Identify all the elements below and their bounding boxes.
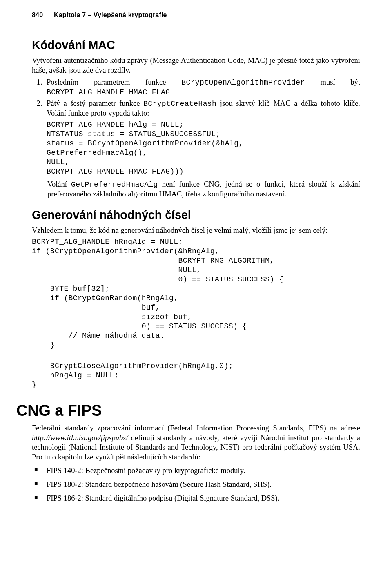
bullet-list-fips: FIPS 140-2: Bezpečnostní požadavky pro k… [32, 466, 360, 503]
outro-code: GetPreferredHmacAlg [71, 181, 158, 189]
li2-code-a: BCryptCreateHash [143, 100, 216, 108]
page: 840 Kapitola 7 – Vylepšená kryptografie … [0, 0, 392, 582]
list-item-1: Posledním parametrem funkce BCryptOpenAl… [44, 78, 360, 97]
heading-random: Generování náhodných čísel [32, 208, 360, 222]
li1-text-b: musí být [305, 78, 360, 86]
para-fips: Federální standardy zpracování informací… [32, 424, 360, 462]
running-header: 840 Kapitola 7 – Vylepšená kryptografie [32, 11, 360, 19]
running-title: Kapitola 7 – Vylepšená kryptografie [54, 11, 167, 18]
outro-a: Volání [47, 180, 71, 188]
fips-url: http://www.itl.nist.gov/fipspubs/ [32, 434, 128, 442]
page-number: 840 [32, 11, 43, 18]
code-block-random-2: BCryptCloseAlgorithmProvider(hRngAlg,0);… [32, 361, 360, 390]
fips-text-a: Federální standardy zpracování informací… [32, 424, 360, 432]
li2-text-a: Pátý a šestý parametr funkce [47, 99, 143, 107]
bullet-item: FIPS 140-2: Bezpečnostní požadavky pro k… [32, 466, 360, 475]
bullet-item: FIPS 186-2: Standard digitálního podpisu… [32, 493, 360, 503]
para-mac-intro: Vytvoření autentizačního kódu zprávy (Me… [32, 56, 360, 75]
heading-kodovani-mac: Kódování MAC [32, 38, 360, 52]
bullet-item: FIPS 180-2: Standard bezpečného hašování… [32, 479, 360, 489]
li1-code-b: BCRYPT_ALG_HANDLE_HMAC_FLAG [47, 88, 170, 96]
list-item-2: Pátý a šestý parametr funkce BCryptCreat… [44, 99, 360, 176]
li1-text-a: Posledním parametrem funkce [47, 78, 181, 86]
li1-text-c: . [170, 88, 172, 96]
code-block-hmac: BCRYPT_ALG_HANDLE hAlg = NULL; NTSTATUS … [47, 120, 360, 176]
numbered-list: Posledním parametrem funkce BCryptOpenAl… [32, 78, 360, 176]
para-mac-outro: Volání GetPreferredHmacAlg není funkce C… [47, 180, 360, 199]
li1-code-a: BCryptOpenAlgorithmProvider [181, 78, 305, 87]
heading-cng-fips: CNG a FIPS [16, 402, 360, 419]
para-random-intro: Vzhledem k tomu, že kód na generování ná… [32, 226, 360, 236]
code-block-random-1: BCRYPT_ALG_HANDLE hRngAlg = NULL; if (BC… [32, 237, 360, 350]
